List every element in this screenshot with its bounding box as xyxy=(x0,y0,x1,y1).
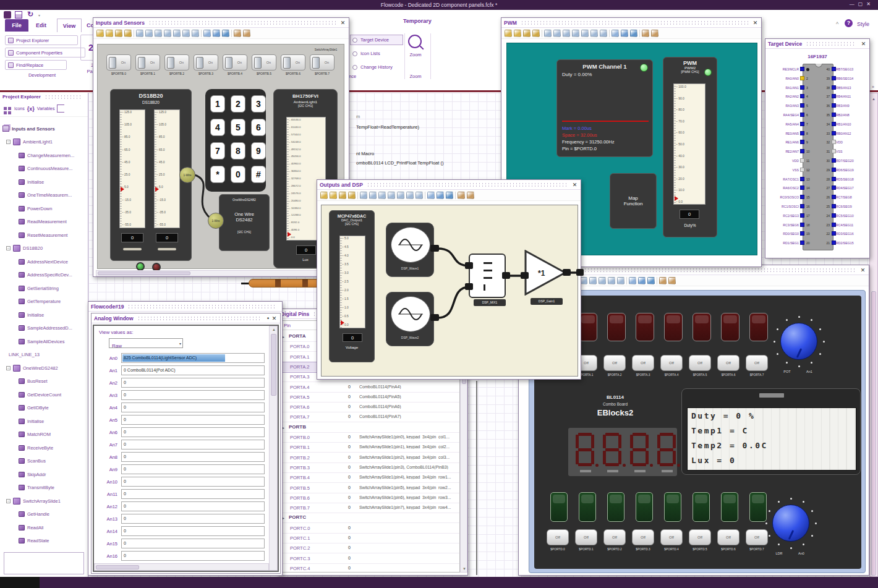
tree-expander-icon[interactable]: – xyxy=(6,140,11,144)
tree-item-PowerDown[interactable]: PowerDown xyxy=(19,202,52,215)
toolbar-icon[interactable] xyxy=(651,30,658,37)
pin-pad-right[interactable] xyxy=(832,231,836,236)
pwm-duty-scale[interactable]: ‒ 100.0‒ 90.0‒ 80.0‒ 70.0‒ 60.0‒ 50.0‒ 4… xyxy=(673,83,705,205)
thermometer-scale-2[interactable]: ‒ 125.0‒ 105.0‒ 85.0‒ 65.0‒ 45.0‒ 25.0‒ … xyxy=(154,109,180,228)
toolbar-icon[interactable] xyxy=(136,30,143,37)
pin-pad-left[interactable] xyxy=(800,204,804,208)
tree-item-ReadAll[interactable]: ReadAll xyxy=(19,521,43,534)
analog-input-An11[interactable]: 0 xyxy=(121,489,265,499)
slide-switch-2[interactable]: On xyxy=(164,54,189,70)
port-a-button-6[interactable]: Off xyxy=(717,355,739,371)
check-icon-lists[interactable]: Icon Lists xyxy=(352,48,380,59)
onewire-node-1[interactable]: 1-Wire xyxy=(179,167,195,183)
slide-switch-1[interactable]: On xyxy=(135,54,160,70)
pin-pad-left[interactable] xyxy=(800,122,804,126)
pin-pad-right[interactable] xyxy=(832,177,836,181)
tree-item-OneTimeMeasurem[interactable]: OneTimeMeasurem... xyxy=(19,189,72,202)
toolbar-icon[interactable] xyxy=(173,30,181,37)
toolbar-icon[interactable] xyxy=(397,192,404,199)
tree-item-GetDeviceCount[interactable]: GetDeviceCount xyxy=(19,388,61,401)
analog-v-scrollbar[interactable]: ▲ xyxy=(269,326,278,571)
keypad-key-9[interactable]: 9 xyxy=(251,142,266,160)
toolbar-icon[interactable] xyxy=(416,192,423,199)
close-icon[interactable]: ✕ xyxy=(339,20,346,26)
tree-item-GetTemperature[interactable]: GetTemperature xyxy=(19,296,61,308)
expand-chevron-icon[interactable]: » xyxy=(872,85,874,89)
digital-row-PORTA.5[interactable]: PORTA.50ComboBL0114(PinA5) xyxy=(280,393,460,403)
maximize-icon[interactable]: ▢ xyxy=(858,1,867,7)
toolbar-icon[interactable] xyxy=(621,30,628,37)
tree-item-GetHandle[interactable]: GetHandle xyxy=(19,508,49,521)
toolbar-icon[interactable] xyxy=(124,30,132,37)
toolbar-icon[interactable] xyxy=(222,30,229,37)
switch-knob[interactable] xyxy=(225,57,232,69)
keypad-key-7[interactable]: 7 xyxy=(210,142,225,160)
analog-input-An0[interactable]: 825 ComboBL0114(LightSensor ADC) xyxy=(121,353,265,363)
digital-row-PORTB.4[interactable]: PORTB.40SwitchArraySlide1(pin4), keypad_… xyxy=(280,473,460,483)
inputs-window-titlebar[interactable]: Inputs and Sensors✕ xyxy=(93,18,349,28)
toolbar-icon[interactable] xyxy=(155,30,162,37)
pin-pad-right[interactable] xyxy=(832,223,836,227)
close-icon[interactable]: ✕ xyxy=(859,267,866,273)
port-d-button-7[interactable]: Off xyxy=(746,529,768,545)
inputs-h-scrollbar[interactable] xyxy=(96,270,347,276)
tree-item-ReadState[interactable]: ReadState xyxy=(19,535,49,547)
toolbar-icon[interactable] xyxy=(437,192,444,199)
keypad-key-2[interactable]: 2 xyxy=(231,95,245,113)
pin-pad-left[interactable] xyxy=(800,195,804,199)
pin-pad-left[interactable] xyxy=(800,149,804,153)
toolbar-icon[interactable] xyxy=(145,30,153,37)
tree-item-TransmitByte[interactable]: TransmitByte xyxy=(19,482,54,494)
tree-item-BusReset[interactable]: BusReset xyxy=(19,375,48,388)
check-change-history[interactable]: Change History xyxy=(352,62,393,72)
dsp-gain-node[interactable]: *1 xyxy=(524,250,568,296)
digital-row-PORTB.3[interactable]: PORTB.30SwitchArraySlide1(pin3), ComboBL… xyxy=(280,463,460,473)
view-mode-dropdown[interactable]: Raw ▾ xyxy=(109,338,183,348)
tree-item-ReceiveByte[interactable]: ReceiveByte xyxy=(19,441,53,454)
tree-item-ScanBus[interactable]: ScanBus xyxy=(19,455,46,467)
digital-row-PORTC.3[interactable]: PORTC.30 xyxy=(280,554,460,564)
port-a-button-4[interactable]: Off xyxy=(660,355,683,371)
switch-knob[interactable] xyxy=(283,57,291,69)
ldr-knob[interactable] xyxy=(772,505,809,542)
tree-group-SwitchArraySlide1[interactable]: –SwitchArraySlide1 xyxy=(6,495,61,507)
pin-pad-right[interactable] xyxy=(832,140,836,144)
toolbar-icon[interactable] xyxy=(339,192,346,199)
onewire-node-2[interactable]: 1-Wire xyxy=(208,213,224,229)
tab-file[interactable]: File xyxy=(5,19,28,32)
voltage-scale[interactable]: ‒ 5.0‒ 4.5‒ 4.0‒ 3.5‒ 3.0‒ 2.5‒ 2.0‒ 1.5… xyxy=(339,236,365,328)
keypad-key-6[interactable]: 6 xyxy=(251,119,266,136)
switch-knob[interactable] xyxy=(254,57,262,69)
toolbar-icon[interactable] xyxy=(617,277,624,284)
pin-pad-right[interactable] xyxy=(832,195,836,199)
switch-knob[interactable] xyxy=(167,57,174,69)
port-a-button-7[interactable]: Off xyxy=(746,355,768,371)
tree-expander-icon[interactable]: – xyxy=(6,366,11,370)
check-target-device[interactable]: Target Device xyxy=(352,35,389,45)
pin-pad-left[interactable] xyxy=(800,177,804,181)
toolbar-icon[interactable] xyxy=(360,192,367,199)
style-button[interactable]: Style xyxy=(857,21,869,27)
tree-item-ReadMeasurement[interactable]: ReadMeasurement xyxy=(19,216,67,228)
toolbar-icon[interactable] xyxy=(581,30,589,37)
toolbar-icon[interactable] xyxy=(115,30,122,37)
close-icon[interactable]: ✕ xyxy=(752,20,759,26)
tree-expander-icon[interactable]: ▸ xyxy=(283,334,284,339)
pin-pad-right[interactable] xyxy=(832,103,836,108)
switch-knob[interactable] xyxy=(138,57,145,69)
port-d-button-6[interactable]: Off xyxy=(717,529,739,545)
port-d-button-2[interactable]: Off xyxy=(603,529,626,545)
tree-item-ChangeMeasuremen[interactable]: ChangeMeasuremen... xyxy=(19,149,74,161)
digital-row-PORTC.2[interactable]: PORTC.20 xyxy=(280,543,460,553)
toolbar-icon[interactable] xyxy=(348,192,356,199)
digital-row-PORTB.0[interactable]: PORTB.00SwitchArraySlide1(pin0), keypad_… xyxy=(280,433,460,443)
digital-row-PORTB.7[interactable]: PORTB.70SwitchArraySlide1(pin7), keypad_… xyxy=(280,503,460,513)
pin-pad-right[interactable] xyxy=(832,122,836,126)
tree-item-GetSerialString[interactable]: GetSerialString xyxy=(19,282,59,294)
icons-grid-icon[interactable] xyxy=(4,107,7,110)
tree-item-SampleAddressedD[interactable]: SampleAddressedD... xyxy=(19,322,72,334)
slide-switch-4[interactable]: On xyxy=(223,54,247,70)
switch-knob[interactable] xyxy=(109,57,116,69)
tree-group-DS18B20[interactable]: –DS18B20 xyxy=(6,242,43,255)
pin-pad-left[interactable] xyxy=(800,231,804,236)
